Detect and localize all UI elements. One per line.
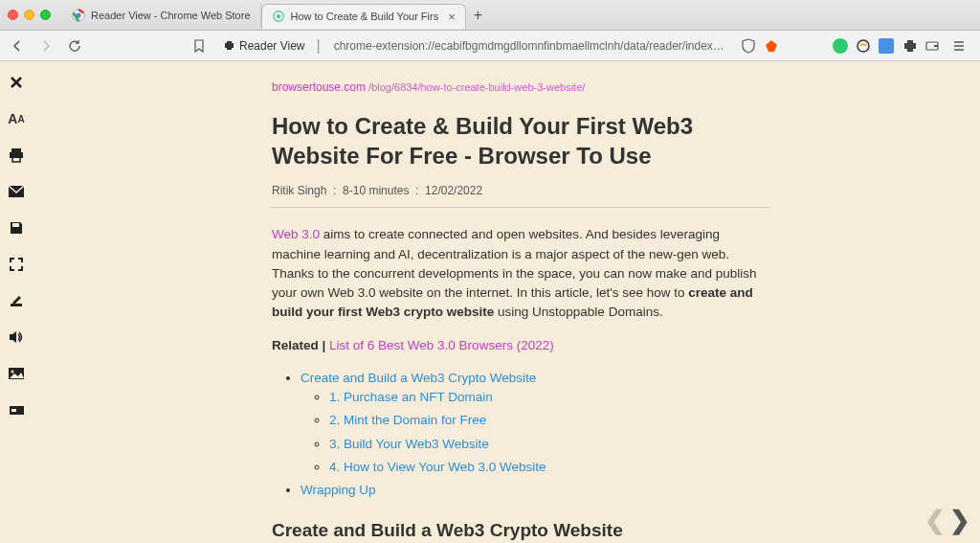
minimize-window-button[interactable] bbox=[24, 10, 34, 20]
window-controls bbox=[8, 10, 51, 20]
tab-label: How to Create & Build Your Firs bbox=[291, 11, 439, 22]
toc-link[interactable]: 3. Build Your Web3 Website bbox=[329, 437, 489, 451]
toolbar-extensions bbox=[741, 34, 974, 57]
chrome-store-icon bbox=[72, 9, 85, 22]
new-tab-button[interactable]: + bbox=[466, 7, 490, 24]
svg-point-4 bbox=[858, 40, 869, 52]
article-meta: Ritik Singh : 8-10 minutes : 12/02/2022 bbox=[272, 184, 769, 208]
svg-rect-14 bbox=[12, 157, 20, 162]
close-window-button[interactable] bbox=[8, 10, 18, 20]
back-button[interactable] bbox=[6, 34, 29, 57]
article-container: browsertouse.com /blog/6834/how-to-creat… bbox=[33, 61, 980, 543]
email-icon[interactable] bbox=[7, 182, 26, 201]
article-body: Web 3.0 aims to create connected and ope… bbox=[272, 225, 769, 543]
browser-toolbar: Reader View | chrome-extension://ecabifb… bbox=[0, 31, 980, 61]
svg-rect-17 bbox=[11, 304, 22, 306]
tab-bar: Reader View - Chrome Web Store How to Cr… bbox=[0, 0, 980, 31]
breadcrumb: browsertouse.com /blog/6834/how-to-creat… bbox=[272, 80, 923, 94]
related-link[interactable]: List of 6 Best Web 3.0 Browsers (2022) bbox=[329, 338, 554, 352]
tab-label: Reader View - Chrome Web Store bbox=[91, 10, 251, 21]
menu-icon[interactable] bbox=[947, 34, 970, 57]
edit-icon[interactable] bbox=[7, 291, 26, 310]
toc-link[interactable]: 1. Purchase an NFT Domain bbox=[329, 390, 493, 404]
page-nav: ❮ ❯ bbox=[924, 506, 970, 535]
reader-content-area: AA browsertouse.com /blog/6834/how-to-cr… bbox=[0, 61, 980, 543]
highlight-icon[interactable] bbox=[7, 400, 26, 419]
font-icon[interactable]: AA bbox=[7, 109, 26, 128]
reader-ext-icon[interactable] bbox=[879, 38, 894, 54]
article-title: How to Create & Build Your First Web3 We… bbox=[272, 111, 769, 170]
tab-active[interactable]: How to Create & Build Your Firs × bbox=[261, 4, 466, 29]
reload-button[interactable] bbox=[63, 34, 86, 57]
close-reader-icon[interactable] bbox=[7, 73, 26, 92]
tab-inactive[interactable]: Reader View - Chrome Web Store bbox=[62, 3, 261, 28]
toc-link[interactable]: Create and Build a Web3 Crypto Website bbox=[301, 371, 536, 385]
brave-icon[interactable] bbox=[764, 38, 779, 54]
ext-swirl-icon[interactable] bbox=[856, 38, 871, 54]
svg-rect-16 bbox=[12, 223, 19, 227]
svg-rect-12 bbox=[11, 148, 21, 152]
maximize-window-button[interactable] bbox=[40, 10, 51, 20]
url-bar[interactable]: chrome-extension://ecabifbgmdmgdllomnfin… bbox=[326, 39, 735, 53]
toc-link[interactable]: Wrapping Up bbox=[301, 483, 376, 497]
reader-view-indicator[interactable]: Reader View bbox=[216, 39, 310, 53]
svg-point-3 bbox=[276, 14, 279, 18]
web3-link[interactable]: Web 3.0 bbox=[272, 227, 320, 241]
forward-button[interactable] bbox=[34, 34, 57, 57]
breadcrumb-path: /blog/6834/how-to-create-build-web-3-web… bbox=[366, 81, 585, 93]
svg-point-19 bbox=[11, 371, 14, 373]
close-tab-icon[interactable]: × bbox=[448, 10, 456, 24]
breadcrumb-domain[interactable]: browsertouse.com bbox=[272, 80, 366, 94]
chrome-extension-icon bbox=[272, 10, 285, 23]
puzzle-icon bbox=[222, 39, 235, 53]
ext-green-icon[interactable] bbox=[833, 38, 848, 54]
next-page-button[interactable]: ❯ bbox=[949, 506, 970, 535]
save-icon[interactable] bbox=[7, 218, 26, 238]
prev-page-button[interactable]: ❮ bbox=[924, 506, 946, 535]
svg-rect-6 bbox=[934, 45, 938, 47]
wallet-icon[interactable] bbox=[924, 38, 940, 54]
toc-link[interactable]: 2. Mint the Domain for Free bbox=[329, 413, 486, 427]
toc-link[interactable]: 4. How to View Your Web 3.0 Website bbox=[329, 460, 546, 474]
speaker-icon[interactable] bbox=[7, 328, 26, 347]
section-heading: Create and Build a Web3 Crypto Website bbox=[272, 517, 769, 543]
svg-rect-21 bbox=[11, 409, 16, 412]
image-icon[interactable] bbox=[7, 364, 26, 383]
shield-icon[interactable] bbox=[741, 38, 756, 54]
bookmark-button[interactable] bbox=[188, 34, 211, 57]
reader-sidebar: AA bbox=[0, 61, 33, 543]
table-of-contents: Create and Build a Web3 Crypto Website 1… bbox=[272, 369, 769, 501]
print-icon[interactable] bbox=[7, 146, 26, 165]
fullscreen-icon[interactable] bbox=[7, 255, 26, 274]
extensions-icon[interactable] bbox=[902, 38, 917, 54]
